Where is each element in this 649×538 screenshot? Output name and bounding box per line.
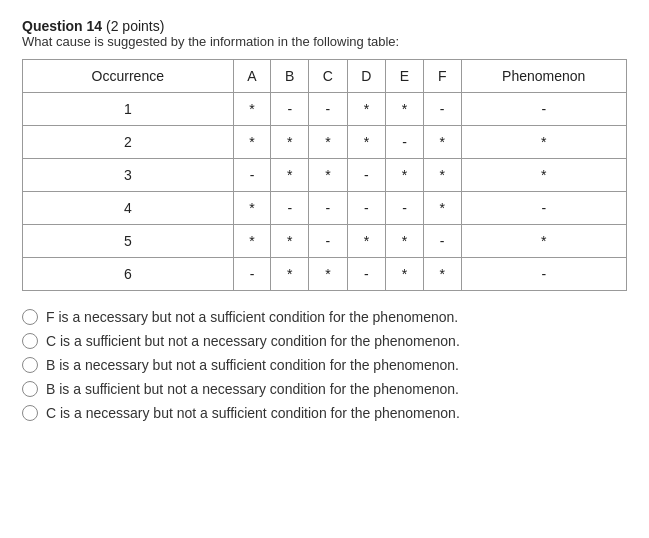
data-table: Occurrence A B C D E F Phenomenon 1*--**… bbox=[22, 59, 627, 291]
row-1-cell-2: - bbox=[309, 93, 348, 126]
option-label-5: C is a necessary but not a sufficient co… bbox=[46, 405, 460, 421]
row-2-cell-3: * bbox=[347, 126, 386, 159]
row-3-phenomenon: * bbox=[461, 159, 627, 192]
row-2-cell-5: * bbox=[423, 126, 461, 159]
row-6-cell-0: - bbox=[233, 258, 271, 291]
row-occurrence-4: 4 bbox=[23, 192, 234, 225]
option-label-1: F is a necessary but not a sufficient co… bbox=[46, 309, 458, 325]
header-d: D bbox=[347, 60, 386, 93]
header-e: E bbox=[386, 60, 424, 93]
row-2-cell-1: * bbox=[271, 126, 309, 159]
row-6-phenomenon: - bbox=[461, 258, 627, 291]
row-occurrence-2: 2 bbox=[23, 126, 234, 159]
row-5-cell-4: * bbox=[386, 225, 424, 258]
header-c: C bbox=[309, 60, 348, 93]
table-row: 2****-** bbox=[23, 126, 627, 159]
row-2-cell-0: * bbox=[233, 126, 271, 159]
row-1-cell-0: * bbox=[233, 93, 271, 126]
row-4-cell-3: - bbox=[347, 192, 386, 225]
header-occurrence: Occurrence bbox=[23, 60, 234, 93]
question-number: Question 14 bbox=[22, 18, 102, 34]
table-row: 1*--**-- bbox=[23, 93, 627, 126]
row-6-cell-2: * bbox=[309, 258, 348, 291]
radio-2[interactable] bbox=[22, 333, 38, 349]
row-3-cell-4: * bbox=[386, 159, 424, 192]
row-6-cell-5: * bbox=[423, 258, 461, 291]
row-1-cell-1: - bbox=[271, 93, 309, 126]
row-3-cell-1: * bbox=[271, 159, 309, 192]
row-occurrence-1: 1 bbox=[23, 93, 234, 126]
row-3-cell-5: * bbox=[423, 159, 461, 192]
table-row: 5**-**-* bbox=[23, 225, 627, 258]
option-1[interactable]: F is a necessary but not a sufficient co… bbox=[22, 309, 627, 325]
row-5-cell-0: * bbox=[233, 225, 271, 258]
option-4[interactable]: B is a sufficient but not a necessary co… bbox=[22, 381, 627, 397]
radio-3[interactable] bbox=[22, 357, 38, 373]
row-1-cell-4: * bbox=[386, 93, 424, 126]
header-phenomenon: Phenomenon bbox=[461, 60, 627, 93]
row-4-cell-4: - bbox=[386, 192, 424, 225]
option-label-3: B is a necessary but not a sufficient co… bbox=[46, 357, 459, 373]
row-occurrence-6: 6 bbox=[23, 258, 234, 291]
option-label-4: B is a sufficient but not a necessary co… bbox=[46, 381, 459, 397]
row-5-cell-2: - bbox=[309, 225, 348, 258]
row-2-cell-2: * bbox=[309, 126, 348, 159]
row-4-cell-5: * bbox=[423, 192, 461, 225]
table-row: 3-**-*** bbox=[23, 159, 627, 192]
row-2-cell-4: - bbox=[386, 126, 424, 159]
row-occurrence-5: 5 bbox=[23, 225, 234, 258]
row-4-cell-0: * bbox=[233, 192, 271, 225]
row-5-cell-1: * bbox=[271, 225, 309, 258]
row-5-cell-5: - bbox=[423, 225, 461, 258]
header-b: B bbox=[271, 60, 309, 93]
row-4-cell-1: - bbox=[271, 192, 309, 225]
row-5-phenomenon: * bbox=[461, 225, 627, 258]
question-points: (2 points) bbox=[106, 18, 164, 34]
table-row: 6-**-**- bbox=[23, 258, 627, 291]
row-3-cell-0: - bbox=[233, 159, 271, 192]
row-6-cell-4: * bbox=[386, 258, 424, 291]
row-5-cell-3: * bbox=[347, 225, 386, 258]
table-row: 4*----*- bbox=[23, 192, 627, 225]
row-1-cell-5: - bbox=[423, 93, 461, 126]
option-label-2: C is a sufficient but not a necessary co… bbox=[46, 333, 460, 349]
row-1-phenomenon: - bbox=[461, 93, 627, 126]
row-3-cell-2: * bbox=[309, 159, 348, 192]
row-2-phenomenon: * bbox=[461, 126, 627, 159]
row-1-cell-3: * bbox=[347, 93, 386, 126]
row-4-cell-2: - bbox=[309, 192, 348, 225]
option-3[interactable]: B is a necessary but not a sufficient co… bbox=[22, 357, 627, 373]
row-4-phenomenon: - bbox=[461, 192, 627, 225]
header-f: F bbox=[423, 60, 461, 93]
radio-1[interactable] bbox=[22, 309, 38, 325]
row-6-cell-1: * bbox=[271, 258, 309, 291]
row-occurrence-3: 3 bbox=[23, 159, 234, 192]
row-6-cell-3: - bbox=[347, 258, 386, 291]
question-header: Question 14 (2 points) bbox=[22, 18, 627, 34]
radio-4[interactable] bbox=[22, 381, 38, 397]
radio-5[interactable] bbox=[22, 405, 38, 421]
header-a: A bbox=[233, 60, 271, 93]
question-prompt: What cause is suggested by the informati… bbox=[22, 34, 627, 49]
answer-options: F is a necessary but not a sufficient co… bbox=[22, 309, 627, 421]
option-2[interactable]: C is a sufficient but not a necessary co… bbox=[22, 333, 627, 349]
option-5[interactable]: C is a necessary but not a sufficient co… bbox=[22, 405, 627, 421]
row-3-cell-3: - bbox=[347, 159, 386, 192]
